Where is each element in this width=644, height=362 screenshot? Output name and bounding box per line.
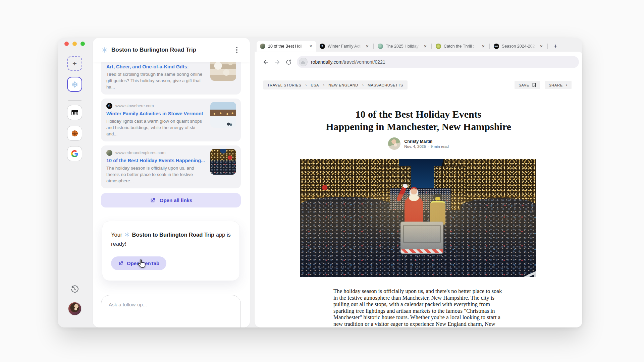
followup-composer: [101, 295, 241, 327]
link-description: The holiday season is officially upon us…: [106, 165, 207, 184]
close-icon[interactable]: ×: [539, 44, 543, 49]
dot-separator: ·: [428, 144, 429, 148]
link-card[interactable]: S www.stowehere.com Winter Family Activi…: [101, 99, 241, 141]
new-tab-button[interactable]: +: [551, 42, 560, 51]
url-path: /travel/vermont/0221: [342, 59, 385, 65]
forward-icon: [274, 59, 281, 66]
article-meta: Nov. 4, 2025 · 9 min read: [404, 144, 449, 148]
mouse-cursor-icon: [137, 258, 147, 269]
article-byline: Christy Martin Nov. 4, 2025 · 9 min read: [255, 137, 582, 150]
article-date: Nov. 4, 2025: [404, 144, 426, 148]
panel-title: Boston to Burlington Road Trip: [111, 47, 229, 53]
panel-menu-button[interactable]: [232, 46, 241, 54]
tab-strip: 10 of the Best Holi × S Winter Family Ac…: [257, 41, 560, 52]
tab-season-2024[interactable]: WNE Season 2024-202 ×: [490, 41, 547, 52]
panel-scroll-area[interactable]: Art, Cheer, and One-of-a-Kind Gifts: Tir…: [93, 62, 250, 327]
external-link-icon: [118, 261, 123, 266]
close-window-button[interactable]: [64, 42, 69, 46]
link-title[interactable]: Winter Family Activities in Stowe Vermon…: [106, 111, 207, 116]
app-window: +: [58, 38, 582, 327]
tab-catch-the-thrill[interactable]: Catch the Thrill : ×: [432, 41, 489, 52]
open-all-links-button[interactable]: Open all links: [101, 193, 241, 207]
link-thumbnail: [210, 149, 236, 175]
close-icon[interactable]: ×: [481, 44, 485, 49]
app-rail: +: [58, 38, 93, 327]
browser-pane: 10 of the Best Holi × S Winter Family Ac…: [255, 38, 582, 327]
breadcrumb-item[interactable]: USA: [311, 83, 319, 87]
history-button[interactable]: [70, 285, 80, 294]
reload-button[interactable]: [283, 56, 294, 68]
app-ready-message: Your Boston to Burlington Road Trip app …: [111, 230, 231, 248]
rail-item-piano-app[interactable]: [67, 105, 82, 120]
tab-2025-holiday[interactable]: The 2025 Holiday ×: [374, 41, 431, 52]
tab-winter-family[interactable]: S Winter Family Acti ×: [316, 41, 373, 52]
close-icon[interactable]: ×: [423, 44, 427, 49]
author-avatar: [388, 137, 400, 150]
followup-input[interactable]: [101, 295, 240, 327]
share-button[interactable]: SHARE ›: [545, 81, 572, 89]
hero-light-glow: [300, 194, 536, 277]
link-thumbnail: [210, 62, 236, 81]
back-icon: [262, 59, 269, 66]
breadcrumb-item[interactable]: NEW ENGLAND: [328, 83, 358, 87]
link-title[interactable]: 10 of the Best Holiday Events Happening.…: [106, 158, 207, 163]
rail-item-basketball-app[interactable]: [67, 126, 82, 141]
tab-favicon: [436, 44, 441, 49]
read-time: 9 min read: [430, 144, 448, 148]
link-domain: www.stowehere.com: [115, 104, 154, 108]
share-label: SHARE: [549, 83, 563, 87]
article-title-line2: Happening in Manchester, New Hampshire: [255, 120, 582, 133]
piano-icon: [71, 109, 79, 117]
address-bar[interactable]: robandally.com/travel/vermont/0221: [297, 56, 579, 68]
save-button[interactable]: SAVE: [515, 81, 540, 89]
tab-favicon: WNE: [494, 44, 499, 49]
tab-favicon: [260, 44, 265, 49]
close-icon[interactable]: ×: [309, 44, 313, 49]
link-title[interactable]: Art, Cheer, and One-of-a-Kind Gifts:: [106, 64, 207, 69]
rail-item-road-trip-app[interactable]: [67, 77, 82, 92]
link-card[interactable]: Art, Cheer, and One-of-a-Kind Gifts: Tir…: [101, 62, 241, 95]
kebab-icon: [236, 49, 237, 51]
back-button[interactable]: [260, 56, 271, 68]
site-favicon: [106, 150, 112, 156]
tab-label: 10 of the Best Holi: [268, 44, 306, 49]
tab-label: Winter Family Acti: [328, 44, 363, 49]
article-body: The holiday season is officially upon us…: [333, 288, 502, 327]
open-all-links-label: Open all links: [160, 197, 193, 203]
app-ready-card: Your Boston to Burlington Road Trip app …: [102, 221, 240, 281]
reload-icon: [285, 59, 292, 65]
snowflake-icon: [71, 81, 78, 88]
tab-label: The 2025 Holiday: [386, 44, 421, 49]
panel-header: Boston to Burlington Road Trip: [93, 38, 250, 62]
snowflake-icon: [102, 47, 108, 53]
tab-separator: [431, 44, 432, 49]
skyline-icon: [301, 60, 306, 64]
new-app-button[interactable]: +: [67, 56, 82, 71]
link-card[interactable]: www.edmundexplores.com 10 of the Best Ho…: [101, 145, 241, 188]
link-description: Holiday lights cast a warm glow on quain…: [106, 118, 207, 137]
breadcrumb-item[interactable]: TRAVEL STORIES: [267, 83, 301, 87]
assistant-panel: Boston to Burlington Road Trip Art, Chee…: [93, 38, 250, 327]
tab-separator: [489, 44, 490, 49]
close-icon[interactable]: ×: [365, 44, 369, 49]
link-description: Tired of scrolling through the same bori…: [106, 71, 207, 90]
forward-button[interactable]: [271, 56, 283, 68]
browser-toolbar: robandally.com/travel/vermont/0221: [260, 56, 579, 68]
tab-label: Catch the Thrill :: [444, 44, 479, 49]
tab-holiday-events[interactable]: 10 of the Best Holi ×: [257, 41, 316, 52]
tab-favicon: S: [320, 44, 325, 49]
history-icon: [70, 285, 79, 294]
article-title-line1: 10 of the Best Holiday Events: [255, 108, 582, 120]
page-actions: SAVE SHARE ›: [515, 81, 572, 89]
chevron-right-icon: ›: [305, 82, 307, 87]
tab-label: Season 2024-202: [502, 44, 537, 49]
breadcrumb-item[interactable]: MASSACHUSETTS: [368, 83, 403, 87]
user-avatar[interactable]: [68, 302, 82, 316]
minimize-window-button[interactable]: [72, 42, 77, 46]
basketball-icon: [71, 129, 79, 137]
chevron-right-icon: ›: [362, 82, 364, 87]
author-name: Christy Martin: [404, 139, 449, 144]
zoom-window-button[interactable]: [80, 42, 85, 46]
rail-item-google-app[interactable]: [67, 146, 82, 161]
site-favicon: [299, 58, 308, 66]
